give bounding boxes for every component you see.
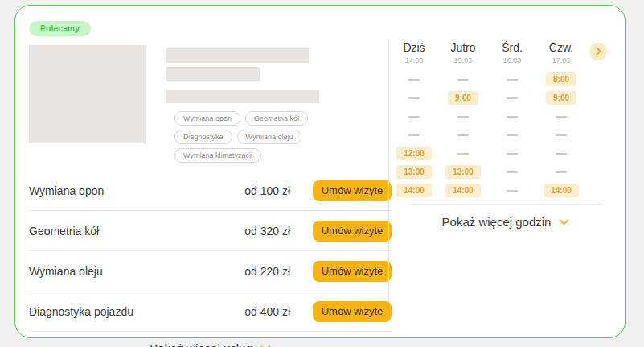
slot-cell: 12:00 — [396, 144, 432, 163]
day-label: Śrd. — [502, 41, 523, 54]
service-tag[interactable]: Geometria kół — [245, 111, 308, 126]
service-name: Wymiana oleju — [29, 265, 244, 278]
service-name: Diagnostyka pojazdu — [29, 305, 244, 318]
slot-cell: 14:00 — [396, 181, 432, 200]
slot-unavailable-dash — [408, 134, 420, 136]
horizontal-divider — [411, 204, 602, 205]
day-slots — [507, 70, 518, 200]
slot-cell: 13:00 — [396, 163, 432, 181]
provider-info: Wymiana opon Geometria kół Diagnostyka W… — [166, 45, 392, 163]
time-slot-button[interactable]: 9:00 — [448, 91, 478, 105]
slot-unavailable-dash — [507, 190, 518, 192]
book-visit-button[interactable]: Umów wizyte — [313, 301, 392, 322]
service-tag[interactable]: Wymiana opon — [174, 111, 240, 126]
day-date: 16.03 — [503, 56, 522, 64]
time-slot-button[interactable]: 13:00 — [396, 165, 432, 179]
slot-unavailable-dash — [507, 134, 518, 136]
provider-card: Polecamy Wymiana opon Geometria kół Diag… — [14, 5, 626, 338]
day-label: Dziś — [403, 41, 425, 54]
day-column: Jutro 15.03 9:0013:0014:00 — [439, 39, 487, 200]
services-list: Wymiana opon od 100 zł Umów wizyte Geome… — [29, 171, 392, 332]
slot-unavailable-dash — [457, 153, 469, 155]
slot-cell — [507, 70, 518, 89]
slot-unavailable-dash — [507, 97, 518, 99]
book-visit-button[interactable]: Umów wizyte — [313, 221, 392, 242]
service-price: od 320 zł — [244, 225, 290, 238]
chevron-down-icon — [559, 214, 569, 229]
provider-name-placeholder — [166, 48, 309, 63]
next-days-button[interactable] — [589, 43, 607, 60]
slot-unavailable-dash — [507, 79, 518, 81]
service-name: Geometria kół — [29, 225, 244, 238]
slot-cell: 9:00 — [445, 89, 481, 107]
service-row: Wymiana oleju od 220 zł Umów wizyte — [29, 251, 392, 291]
slot-cell — [544, 126, 579, 144]
slot-unavailable-dash — [507, 116, 518, 118]
provider-subtitle-placeholder — [166, 67, 260, 81]
chevron-right-icon — [596, 46, 601, 58]
time-slot-button[interactable]: 8:00 — [546, 72, 576, 86]
slot-unavailable-dash — [408, 79, 420, 81]
vertical-divider — [388, 39, 389, 302]
service-tag[interactable]: Wymiana oleju — [237, 130, 302, 144]
slot-cell — [544, 107, 579, 126]
show-more-hours-label: Pokaż więcej godzin — [442, 215, 552, 229]
book-visit-button[interactable]: Umów wizyte — [313, 261, 392, 282]
slot-unavailable-dash — [457, 79, 469, 81]
slot-unavailable-dash — [457, 134, 469, 136]
show-more-services-label: Pokaż więcej usług — [150, 341, 252, 347]
day-date: 15.03 — [454, 56, 473, 64]
day-slots: 8:009:0014:00 — [544, 70, 579, 200]
show-more-services[interactable]: Pokaż więcej usług — [29, 332, 392, 347]
service-tag[interactable]: Wymiana klimatyzacji — [174, 148, 261, 163]
time-slot-button[interactable]: 14:00 — [445, 184, 481, 197]
slot-cell — [445, 107, 481, 126]
show-more-hours[interactable]: Pokaż więcej godzin — [390, 207, 621, 236]
slot-unavailable-dash — [408, 116, 420, 118]
service-price: od 400 zł — [244, 305, 290, 318]
service-name: Wymiana opon — [29, 184, 244, 197]
day-slots: 12:0013:0014:00 — [396, 70, 432, 200]
slot-cell — [445, 126, 481, 144]
time-slot-button[interactable]: 9:00 — [546, 91, 576, 105]
slot-cell — [445, 70, 481, 89]
time-slot-button[interactable]: 13:00 — [445, 165, 481, 179]
service-tags: Wymiana opon Geometria kół Diagnostyka W… — [174, 111, 367, 163]
slot-cell: 9:00 — [544, 89, 579, 107]
slot-cell — [396, 126, 432, 144]
slot-cell — [396, 89, 432, 107]
slot-cell — [507, 107, 518, 126]
service-tag[interactable]: Diagnostyka — [174, 130, 232, 144]
provider-address-placeholder — [166, 90, 319, 103]
day-date: 14.03 — [405, 56, 424, 64]
slot-unavailable-dash — [556, 171, 567, 173]
provider-photo-placeholder — [29, 45, 146, 143]
slot-unavailable-dash — [556, 134, 567, 136]
time-slot-button[interactable]: 14:00 — [544, 184, 579, 197]
slot-cell — [544, 144, 579, 163]
slot-unavailable-dash — [457, 116, 469, 118]
slot-cell — [544, 163, 579, 181]
slot-cell — [396, 107, 432, 126]
day-label: Jutro — [450, 41, 475, 54]
provider-profile: Wymiana opon Geometria kół Diagnostyka W… — [29, 45, 392, 163]
slot-cell — [507, 163, 518, 181]
chevron-down-icon — [260, 341, 271, 347]
calendar-grid: Dziś 14.03 12:0013:0014:00 Jutro 15.03 9… — [390, 39, 621, 200]
slot-unavailable-dash — [408, 97, 420, 99]
slot-unavailable-dash — [556, 116, 567, 118]
day-label: Czw. — [549, 41, 573, 54]
slot-cell: 8:00 — [544, 70, 579, 89]
time-slot-button[interactable]: 12:00 — [396, 147, 432, 160]
slot-cell — [507, 144, 518, 163]
recommended-badge: Polecamy — [29, 21, 91, 36]
time-slot-button[interactable]: 14:00 — [396, 184, 432, 197]
book-visit-button[interactable]: Umów wizyte — [313, 180, 392, 201]
day-date: 17.03 — [552, 56, 571, 64]
service-row: Diagnostyka pojazdu od 400 zł Umów wizyt… — [29, 291, 392, 332]
service-row: Wymiana opon od 100 zł Umów wizyte — [29, 171, 392, 211]
slot-unavailable-dash — [507, 171, 518, 173]
slot-cell — [396, 70, 432, 89]
slot-cell — [507, 89, 518, 107]
day-column: Dziś 14.03 12:0013:0014:00 — [390, 39, 438, 200]
